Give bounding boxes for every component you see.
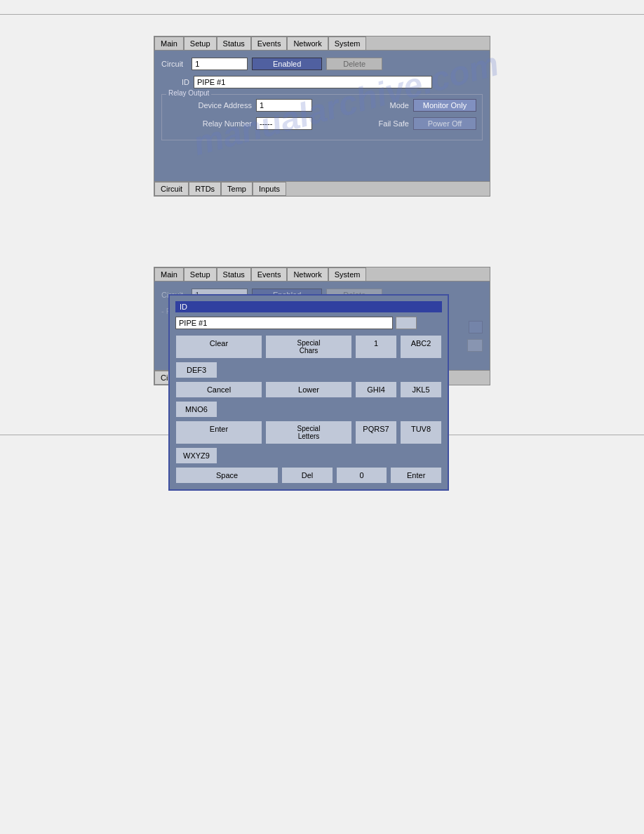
kb-row-3: Enter Special Letters PQRS7 TUV8 WXYZ9 xyxy=(175,421,442,464)
relay-number-row: Relay Number Fail Safe Power Off xyxy=(168,117,476,130)
kb-lower[interactable]: Lower xyxy=(265,381,352,398)
enabled-button[interactable]: Enabled xyxy=(252,58,322,70)
top-divider xyxy=(0,14,644,15)
kb-1[interactable]: 1 xyxy=(355,335,397,359)
popup-id-input[interactable] xyxy=(175,317,393,329)
id-label: ID xyxy=(161,78,189,86)
relay-output-group: Relay Output Device Address Mode Monitor… xyxy=(161,94,483,140)
kb-jkl5[interactable]: JKL5 xyxy=(400,381,442,398)
id-input[interactable] xyxy=(194,76,432,88)
kb-def3[interactable]: DEF3 xyxy=(175,362,217,378)
relay-number-input[interactable] xyxy=(256,117,312,130)
kb-clear[interactable]: Clear xyxy=(175,335,262,359)
fail-safe-label: Fail Safe xyxy=(379,119,409,128)
bottom-tab-bar-1: Circuit RTDs Temp Inputs xyxy=(154,181,490,196)
tab2-network[interactable]: Network xyxy=(287,267,328,281)
popup-small-btn[interactable] xyxy=(396,317,417,329)
circuit-row: Circuit Enabled Delete xyxy=(161,58,483,70)
bottom-tab-temp[interactable]: Temp xyxy=(221,182,253,196)
popup-input-row xyxy=(175,317,442,329)
tab-main[interactable]: Main xyxy=(154,37,184,50)
mode-btn-2[interactable] xyxy=(469,321,483,333)
tab-bar-2: Main Setup Status Events Network System xyxy=(154,267,490,282)
kb-row-1: Clear Special Chars 1 ABC2 DEF3 xyxy=(175,335,442,378)
panel-2-content: Circuit Enabled Delete ID Clear Sp xyxy=(154,282,490,370)
tab-system[interactable]: System xyxy=(328,37,367,50)
device-address-row: Device Address Mode Monitor Only xyxy=(168,99,476,112)
kb-cancel[interactable]: Cancel xyxy=(175,381,262,398)
kb-mno6[interactable]: MNO6 xyxy=(175,401,217,418)
circuit-label: Circuit xyxy=(161,60,183,68)
tab-status[interactable]: Status xyxy=(217,37,251,50)
id-row: ID xyxy=(161,76,483,88)
kb-pqrs7[interactable]: PQRS7 xyxy=(355,421,397,444)
kb-special-chars[interactable]: Special Chars xyxy=(265,335,352,359)
kb-wxyz9[interactable]: WXYZ9 xyxy=(175,447,217,464)
kb-ghi4[interactable]: GHI4 xyxy=(355,381,397,398)
panel-1-content: Circuit Enabled Delete ID Relay Output D… xyxy=(154,51,490,181)
kb-0[interactable]: 0 xyxy=(336,467,388,484)
tab2-system[interactable]: System xyxy=(328,267,367,281)
delete-button: Delete xyxy=(326,58,382,70)
kb-enter-right[interactable]: Enter xyxy=(390,467,442,484)
popup-title-bar: ID xyxy=(175,301,442,312)
relay-small-2[interactable] xyxy=(467,339,483,352)
device-address-label: Device Address xyxy=(168,101,252,110)
bottom-tab-inputs[interactable]: Inputs xyxy=(253,182,286,196)
kb-row-2: Cancel Lower GHI4 JKL5 MNO6 xyxy=(175,381,442,418)
tab2-main[interactable]: Main xyxy=(154,267,184,281)
kb-space[interactable]: Space xyxy=(175,467,279,484)
device-address-input[interactable] xyxy=(256,99,312,112)
tab-setup[interactable]: Setup xyxy=(184,37,217,50)
mode-button[interactable]: Monitor Only xyxy=(413,99,476,112)
tab-bar-1: Main Setup Status Events Network System xyxy=(154,37,490,51)
tab2-status[interactable]: Status xyxy=(217,267,251,281)
tab-events[interactable]: Events xyxy=(251,37,288,50)
relay-output-label: Relay Output xyxy=(166,89,211,97)
panel-1: Main Setup Status Events Network System … xyxy=(154,36,490,197)
kb-tuv8[interactable]: TUV8 xyxy=(400,421,442,444)
empty-area-1 xyxy=(161,146,483,174)
panel-2: Main Setup Status Events Network System … xyxy=(154,267,490,385)
keyboard-popup: ID Clear Special Chars 1 ABC2 DEF3 xyxy=(168,294,449,491)
kb-bottom-row: Space Del 0 Enter xyxy=(175,467,442,484)
bottom-tab-rtds[interactable]: RTDs xyxy=(189,182,221,196)
mode-label: Mode xyxy=(389,101,409,110)
tab-network[interactable]: Network xyxy=(287,37,328,50)
kb-enter-left[interactable]: Enter xyxy=(175,421,262,444)
kb-del[interactable]: Del xyxy=(281,467,333,484)
tab2-events[interactable]: Events xyxy=(251,267,288,281)
kb-special-letters[interactable]: Special Letters xyxy=(265,421,352,444)
fail-safe-button[interactable]: Power Off xyxy=(413,117,476,130)
bottom-tab-circuit[interactable]: Circuit xyxy=(154,182,189,196)
circuit-input[interactable] xyxy=(192,58,248,70)
kb-abc2[interactable]: ABC2 xyxy=(400,335,442,359)
relay-number-label: Relay Number xyxy=(168,119,252,128)
tab2-setup[interactable]: Setup xyxy=(184,267,217,281)
